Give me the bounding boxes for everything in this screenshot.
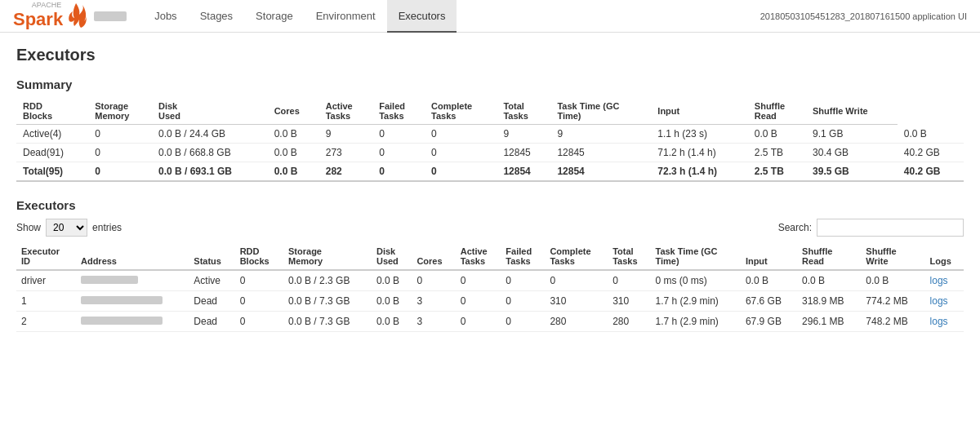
exec-rdd: 0 bbox=[235, 312, 283, 332]
executors-heading: Executors bbox=[16, 198, 964, 212]
logo-version bbox=[94, 11, 127, 21]
sum-col-storage: StorageMemory bbox=[88, 98, 152, 125]
exec-col-disk: DiskUsed bbox=[372, 243, 412, 270]
search-box: Search: bbox=[778, 219, 964, 237]
sum-active: 0 bbox=[372, 125, 425, 144]
nav-environment[interactable]: Environment bbox=[305, 0, 387, 33]
sum-col-rdd: RDDBlocks bbox=[16, 98, 88, 125]
main-nav: Jobs Stages Storage Environment Executor… bbox=[143, 0, 760, 33]
sum-total: 12845 bbox=[550, 144, 651, 162]
entries-label: entries bbox=[92, 222, 122, 233]
exec-logs[interactable]: logs bbox=[925, 312, 964, 332]
exec-total: 310 bbox=[608, 291, 650, 312]
exec-col-total: TotalTasks bbox=[608, 243, 650, 270]
exec-failed: 0 bbox=[501, 312, 545, 332]
sum-total: 12854 bbox=[550, 162, 651, 182]
exec-complete: 280 bbox=[545, 312, 608, 332]
sum-tasktime: 1.1 h (23 s) bbox=[651, 125, 748, 144]
exec-id: driver bbox=[16, 270, 76, 291]
show-entries: Show 20 50 100 entries bbox=[16, 219, 122, 237]
exec-tasktime: 1.7 h (2.9 min) bbox=[650, 312, 740, 332]
sum-failed: 0 bbox=[425, 125, 497, 144]
sum-input: 2.5 TB bbox=[748, 162, 806, 182]
app-id: 20180503105451283_201807161500 applicati… bbox=[760, 11, 967, 21]
sum-shuffle-write: 0.0 B bbox=[898, 125, 964, 144]
exec-logs[interactable]: logs bbox=[925, 270, 964, 291]
sum-col-disk: DiskUsed bbox=[152, 98, 268, 125]
sum-cores: 282 bbox=[319, 162, 373, 182]
exec-col-address: Address bbox=[76, 243, 189, 270]
exec-col-shuffle-write: ShuffleWrite bbox=[861, 243, 924, 270]
exec-storage: 0.0 B / 2.3 GB bbox=[283, 270, 372, 291]
table-row: Active(4) 0 0.0 B / 24.4 GB 0.0 B 9 0 0 … bbox=[16, 125, 964, 144]
exec-rdd: 0 bbox=[235, 291, 283, 312]
exec-shuffle-read: 318.9 MB bbox=[797, 291, 861, 312]
table-row: Total(95) 0 0.0 B / 693.1 GB 0.0 B 282 0… bbox=[16, 162, 964, 182]
exec-col-input: Input bbox=[741, 243, 797, 270]
exec-col-logs: Logs bbox=[925, 243, 964, 270]
nav-storage[interactable]: Storage bbox=[244, 0, 305, 33]
sum-rdd: 0 bbox=[88, 162, 152, 182]
exec-active: 0 bbox=[456, 291, 501, 312]
table-row: driver Active 0 0.0 B / 2.3 GB 0.0 B 0 0… bbox=[16, 270, 964, 291]
exec-active: 0 bbox=[456, 312, 501, 332]
search-label: Search: bbox=[778, 222, 812, 233]
exec-address bbox=[76, 270, 189, 291]
sum-shuffle-read: 39.5 GB bbox=[806, 162, 898, 182]
show-label: Show bbox=[16, 222, 41, 233]
exec-cores: 0 bbox=[412, 270, 455, 291]
exec-storage: 0.0 B / 7.3 GB bbox=[283, 291, 372, 312]
exec-col-active: ActiveTasks bbox=[456, 243, 501, 270]
exec-logs[interactable]: logs bbox=[925, 291, 964, 312]
executors-table: ExecutorID Address Status RDDBlocks Stor… bbox=[16, 243, 964, 332]
spark-label: Spark bbox=[13, 9, 63, 30]
exec-input: 67.6 GB bbox=[741, 291, 797, 312]
sum-shuffle-read: 9.1 GB bbox=[806, 125, 898, 144]
exec-col-status: Status bbox=[189, 243, 234, 270]
exec-shuffle-write: 748.2 MB bbox=[861, 312, 924, 332]
exec-shuffle-write: 0.0 B bbox=[861, 270, 924, 291]
sum-failed: 0 bbox=[425, 144, 497, 162]
exec-col-id: ExecutorID bbox=[16, 243, 76, 270]
exec-status: Dead bbox=[189, 312, 234, 332]
exec-disk: 0.0 B bbox=[372, 270, 412, 291]
exec-complete: 310 bbox=[545, 291, 608, 312]
sum-disk: 0.0 B bbox=[268, 125, 319, 144]
sum-disk: 0.0 B bbox=[268, 144, 319, 162]
exec-col-cores: Cores bbox=[412, 243, 455, 270]
executors-controls: Show 20 50 100 entries Search: bbox=[16, 219, 964, 237]
exec-address bbox=[76, 312, 189, 332]
search-input[interactable] bbox=[817, 219, 964, 237]
exec-id: 2 bbox=[16, 312, 76, 332]
sum-complete: 9 bbox=[497, 125, 550, 144]
sum-col-failed: FailedTasks bbox=[372, 98, 425, 125]
spark-flame-icon bbox=[65, 3, 87, 29]
exec-shuffle-read: 0.0 B bbox=[797, 270, 861, 291]
entries-select[interactable]: 20 50 100 bbox=[46, 219, 87, 237]
sum-cores: 273 bbox=[319, 144, 373, 162]
nav-stages[interactable]: Stages bbox=[189, 0, 244, 33]
sum-input: 0.0 B bbox=[748, 125, 806, 144]
sum-label: Total(95) bbox=[16, 162, 88, 182]
exec-col-storage: StorageMemory bbox=[283, 243, 372, 270]
exec-shuffle-read: 296.1 MB bbox=[797, 312, 861, 332]
table-row: Dead(91) 0 0.0 B / 668.8 GB 0.0 B 273 0 … bbox=[16, 144, 964, 162]
nav-executors[interactable]: Executors bbox=[387, 0, 457, 33]
exec-col-complete: CompleteTasks bbox=[545, 243, 608, 270]
exec-failed: 0 bbox=[501, 291, 545, 312]
exec-tasktime: 1.7 h (2.9 min) bbox=[650, 291, 740, 312]
exec-shuffle-write: 774.2 MB bbox=[861, 291, 924, 312]
summary-table: RDDBlocks StorageMemory DiskUsed Cores A… bbox=[16, 98, 964, 182]
exec-storage: 0.0 B / 7.3 GB bbox=[283, 312, 372, 332]
sum-shuffle-read: 30.4 GB bbox=[806, 144, 898, 162]
sum-complete: 12845 bbox=[497, 144, 550, 162]
sum-storage: 0.0 B / 668.8 GB bbox=[152, 144, 268, 162]
page-title: Executors bbox=[16, 46, 964, 64]
sum-cores: 9 bbox=[319, 125, 373, 144]
nav-jobs[interactable]: Jobs bbox=[143, 0, 188, 33]
exec-disk: 0.0 B bbox=[372, 312, 412, 332]
sum-rdd: 0 bbox=[88, 144, 152, 162]
sum-storage: 0.0 B / 693.1 GB bbox=[152, 162, 268, 182]
sum-col-tasktime: Task Time (GCTime) bbox=[550, 98, 651, 125]
exec-address bbox=[76, 291, 189, 312]
